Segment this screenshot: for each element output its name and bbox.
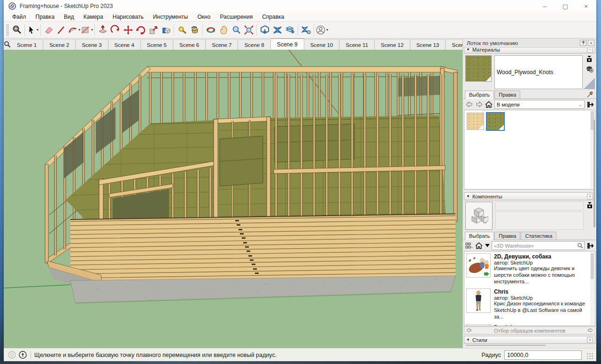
tab-scene-10[interactable]: Scene 10 [304, 39, 340, 50]
components-tab-select[interactable]: Выбрать [465, 232, 494, 240]
materials-close-icon[interactable]: − [587, 48, 593, 53]
menu-view[interactable]: Вид [59, 14, 79, 20]
materials-collection-dropdown[interactable]: В модели⌄ [494, 100, 585, 109]
titlebar[interactable]: Framing+house - SketchUp Pro 2023 – ▢ × [4, 0, 596, 12]
components-tab-statistics[interactable]: Статистика [521, 232, 556, 240]
line-tool-icon[interactable] [55, 23, 68, 37]
footer-prev-icon[interactable] [464, 328, 473, 334]
component-name-field[interactable] [495, 202, 584, 210]
paint-bucket-icon[interactable] [188, 23, 201, 37]
menu-extensions[interactable]: Расширения [215, 14, 257, 20]
menu-help[interactable]: Справка [257, 14, 289, 20]
materials-collapse-icon[interactable]: ▼ [466, 48, 470, 52]
viewport[interactable] [4, 50, 462, 348]
geolocation-icon[interactable] [8, 351, 16, 359]
orbit-icon[interactable] [204, 23, 217, 37]
tray-pin-icon[interactable] [580, 40, 586, 46]
components-footer-label: Отбор образцов компонентов [473, 328, 586, 334]
move-icon[interactable] [122, 23, 134, 37]
material-swatch-olive-selected[interactable] [486, 112, 505, 131]
tab-scene-11[interactable]: Scene 11 [339, 39, 375, 50]
share-model-icon[interactable] [284, 23, 296, 37]
component-item-chris[interactable]: Chris автор: SketchUp Крис Дизон присоед… [464, 287, 595, 322]
zoom-icon[interactable] [230, 23, 242, 37]
components-list[interactable]: 2D, Девушки, собака автор: SketchUp Изме… [464, 251, 595, 326]
material-preview-swatch[interactable] [465, 55, 492, 82]
shapes-tool-icon[interactable]: ▾ [80, 23, 93, 37]
component-item-derrick[interactable]: Derrick автор: SketchUp [464, 322, 595, 326]
menu-tools[interactable]: Инструменты [148, 14, 193, 20]
back-arrow-icon[interactable] [465, 100, 473, 109]
home-dropdown-icon[interactable] [485, 242, 490, 250]
components-collapse-icon[interactable]: ▼ [466, 194, 470, 198]
styles-collapse-icon[interactable]: ▼ [466, 338, 470, 342]
scale-icon[interactable] [147, 23, 160, 37]
components-tabs: Выбрать Правка Статистика [463, 231, 596, 240]
minimize-button[interactable]: – [534, 0, 555, 12]
component-description-field[interactable] [495, 212, 584, 230]
offset-icon[interactable] [160, 23, 172, 37]
tab-scene-6[interactable]: Scene 6 [173, 39, 206, 50]
menu-window[interactable]: Окно [193, 14, 215, 20]
materials-tab-select[interactable]: Выбрать [465, 91, 494, 99]
scene-search-icon[interactable] [4, 38, 11, 50]
components-search-input[interactable] [494, 243, 577, 249]
resize-grip[interactable] [587, 353, 593, 360]
component-thumb-girls-dog [466, 253, 491, 278]
materials-list[interactable] [464, 110, 595, 190]
framing-model [4, 50, 462, 348]
push-pull-icon[interactable] [96, 23, 109, 37]
components-secondary-pane-icon[interactable] [586, 202, 593, 210]
tray-scrollbar[interactable] [593, 80, 596, 342]
account-icon[interactable]: ▾ [316, 23, 328, 37]
home-icon[interactable] [485, 100, 493, 109]
view-options-icon[interactable] [465, 242, 473, 250]
tab-scene-5[interactable]: Scene 5 [141, 39, 173, 50]
extension-manager-icon[interactable] [300, 23, 312, 37]
secondary-pane-icon[interactable] [586, 55, 593, 63]
material-swatch-tan[interactable] [467, 113, 484, 130]
menu-draw[interactable]: Нарисовать [108, 14, 148, 20]
menu-file[interactable]: Файл [8, 14, 31, 20]
tab-scene-8[interactable]: Scene 8 [238, 39, 270, 50]
components-tab-edit[interactable]: Правка [494, 232, 520, 240]
rotate-icon[interactable] [134, 23, 147, 37]
components-section-header[interactable]: ▼ Компоненты × [464, 192, 595, 200]
statusbar: Щелкните и выберите базовую точку плавно… [4, 348, 596, 361]
tab-scene-12[interactable]: Scene 12 [375, 39, 410, 50]
component-name: 2D, Девушки, собака [494, 253, 589, 260]
tape-measure-icon[interactable] [176, 23, 188, 37]
pan-icon[interactable] [217, 23, 230, 37]
tab-scene-2[interactable]: Scene 2 [43, 39, 76, 50]
eraser-icon[interactable] [42, 23, 55, 37]
components-search-icon[interactable] [577, 243, 583, 249]
measurement-input[interactable] [504, 350, 582, 360]
toolbar-drag-handle[interactable] [6, 24, 9, 36]
tab-scene-7[interactable]: Scene 7 [206, 39, 238, 50]
help-info-icon[interactable] [19, 351, 27, 359]
create-material-icon[interactable] [586, 65, 593, 74]
tab-scene-1[interactable]: Scene 1 [11, 39, 43, 50]
tab-scene-4[interactable]: Scene 4 [108, 39, 141, 50]
arc-tool-icon[interactable]: ▾ [68, 23, 80, 37]
components-home-icon[interactable] [475, 242, 483, 250]
follow-me-icon[interactable] [109, 23, 122, 37]
tab-scene-3[interactable]: Scene 3 [76, 39, 108, 50]
3d-warehouse-icon[interactable] [258, 23, 271, 37]
components-search-box[interactable] [492, 241, 585, 250]
tab-scene-9-active[interactable]: Scene 9 [271, 38, 304, 50]
forward-arrow-icon[interactable] [475, 100, 483, 109]
material-name-field[interactable] [494, 55, 583, 89]
materials-tab-edit[interactable]: Правка [494, 91, 520, 99]
menu-camera[interactable]: Камера [79, 14, 108, 20]
maximize-button[interactable]: ▢ [555, 0, 576, 12]
select-icon[interactable]: ▾ [26, 23, 39, 37]
close-button[interactable]: × [576, 0, 596, 12]
menu-edit[interactable]: Правка [31, 14, 60, 20]
component-item-girls-dog[interactable]: 2D, Девушки, собака автор: SketchUp Изме… [464, 251, 595, 287]
zoom-extents-icon[interactable] [242, 23, 255, 37]
zoom-window-icon[interactable] [10, 23, 23, 37]
tab-scene-13[interactable]: Scene 13 [410, 39, 446, 50]
tray-close-icon[interactable]: × [588, 40, 594, 46]
extension-warehouse-icon[interactable] [271, 23, 284, 37]
